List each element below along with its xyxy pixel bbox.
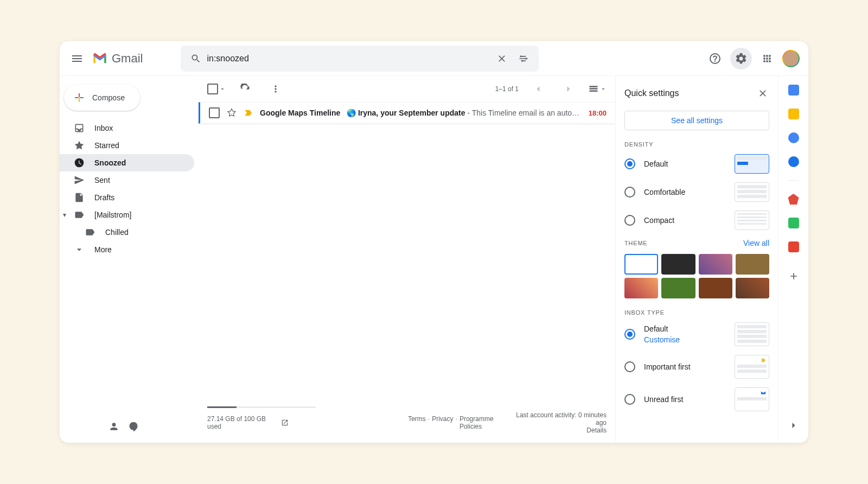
addon-icon[interactable] — [788, 218, 799, 228]
inbox-unread-first[interactable]: Unread first — [624, 387, 778, 411]
select-all-checkbox[interactable] — [207, 84, 226, 94]
settings-button[interactable] — [730, 48, 752, 69]
theme-option[interactable] — [624, 278, 658, 298]
theme-option[interactable] — [699, 278, 732, 298]
search-bar — [181, 46, 539, 72]
split-toggle-button[interactable] — [588, 84, 607, 94]
nav-chilled[interactable]: Chilled — [60, 224, 194, 241]
addon-icon[interactable] — [788, 241, 799, 252]
theme-option[interactable] — [661, 278, 695, 298]
prev-page-button[interactable] — [527, 78, 549, 100]
quick-settings-panel: Quick settings See all settings DENSITY … — [615, 76, 778, 443]
nav-inbox[interactable]: Inbox — [60, 119, 194, 137]
star-icon[interactable] — [226, 107, 237, 118]
customise-link[interactable]: Customise — [644, 335, 680, 344]
theme-option[interactable] — [736, 254, 769, 275]
account-avatar[interactable] — [782, 50, 800, 67]
contacts-icon[interactable] — [788, 156, 799, 167]
terms-link[interactable]: Terms — [408, 415, 426, 430]
person-icon[interactable] — [108, 421, 119, 432]
main-menu-button[interactable] — [64, 46, 90, 72]
search-input[interactable] — [207, 54, 491, 63]
view-all-themes-link[interactable]: View all — [743, 239, 769, 247]
dropdown-icon — [219, 86, 226, 92]
apps-button[interactable] — [756, 48, 778, 69]
nav-drafts[interactable]: Drafts — [60, 189, 194, 206]
theme-label: THEME — [624, 240, 648, 246]
compose-button[interactable]: Compose — [64, 85, 140, 111]
email-checkbox[interactable] — [209, 107, 220, 118]
details-link[interactable]: Details — [510, 426, 607, 434]
search-options-icon[interactable] — [513, 48, 534, 69]
email-row[interactable]: Google Maps Timeline 🌎 Iryna, your Septe… — [199, 102, 615, 124]
email-time: 18:00 — [589, 109, 607, 117]
nav-snoozed[interactable]: Snoozed — [60, 154, 194, 171]
email-sender: Google Maps Timeline — [260, 109, 347, 117]
gmail-icon — [92, 53, 107, 65]
clock-icon — [74, 157, 85, 168]
theme-option[interactable] — [624, 254, 658, 275]
theme-option[interactable] — [699, 254, 732, 275]
calendar-icon[interactable] — [788, 85, 799, 95]
density-compact[interactable]: Compact — [624, 211, 778, 230]
nav-starred[interactable]: Starred — [60, 137, 194, 154]
support-button[interactable] — [704, 48, 726, 69]
email-subject: 🌎 Iryna, your September update - This Ti… — [347, 109, 580, 117]
inbox-icon — [74, 123, 85, 133]
collapse-panel-button[interactable] — [783, 415, 805, 436]
theme-option[interactable] — [661, 254, 695, 275]
header: Gmail — [60, 41, 808, 76]
search-icon[interactable] — [185, 48, 207, 69]
send-icon — [74, 175, 85, 186]
storage-text: 27.14 GB of 100 GB used — [207, 415, 277, 430]
toolbar: 1–1 of 1 — [199, 76, 615, 102]
refresh-button[interactable] — [234, 78, 256, 100]
side-panel — [778, 76, 808, 443]
open-storage-icon[interactable] — [281, 419, 289, 426]
tasks-icon[interactable] — [788, 132, 799, 143]
keep-icon[interactable] — [788, 109, 799, 119]
next-page-button[interactable] — [558, 78, 579, 100]
add-addon-button[interactable] — [783, 265, 805, 287]
sidebar: Compose Inbox Starred Snoozed Sent — [60, 76, 199, 443]
document-icon — [74, 192, 85, 203]
star-icon — [74, 140, 85, 151]
clear-search-button[interactable] — [491, 48, 513, 69]
label-icon — [85, 227, 95, 238]
svg-point-2 — [521, 60, 523, 61]
importance-icon[interactable] — [244, 108, 253, 118]
nav-sent[interactable]: Sent — [60, 171, 194, 189]
main-content: 1–1 of 1 Google Maps Timeline 🌎 Iryna, y… — [199, 76, 615, 443]
nav-more[interactable]: More — [60, 241, 194, 258]
storage-bar — [207, 406, 316, 408]
quick-settings-title: Quick settings — [624, 88, 679, 98]
density-comfortable[interactable]: Comfortable — [624, 182, 778, 202]
density-default[interactable]: Default — [624, 154, 778, 174]
gmail-logo[interactable]: Gmail — [92, 52, 143, 66]
inbox-important-first[interactable]: Important first — [624, 355, 778, 379]
plus-icon — [73, 91, 86, 104]
caret-down-icon: ▾ — [63, 211, 66, 219]
theme-option[interactable] — [736, 278, 769, 298]
svg-point-1 — [526, 58, 527, 59]
chevron-down-icon — [74, 244, 85, 255]
density-label: DENSITY — [624, 141, 778, 148]
product-name: Gmail — [112, 52, 143, 66]
inbox-default[interactable]: DefaultCustomise — [624, 322, 778, 346]
more-button[interactable] — [265, 78, 286, 100]
see-all-settings-button[interactable]: See all settings — [624, 111, 769, 130]
activity-text: Last account activity: 0 minutes ago — [510, 411, 607, 426]
label-icon — [74, 209, 85, 220]
privacy-link[interactable]: Privacy — [432, 415, 453, 430]
hangouts-icon[interactable] — [128, 421, 139, 432]
addon-icon[interactable] — [788, 194, 799, 205]
nav-mailstrom[interactable]: ▾ [Mailstrom] — [60, 206, 194, 224]
policies-link[interactable]: Programme Policies — [459, 415, 510, 430]
close-settings-button[interactable] — [754, 85, 771, 102]
svg-point-0 — [520, 55, 522, 57]
pagination-text: 1–1 of 1 — [495, 85, 519, 93]
theme-grid — [624, 254, 778, 298]
inbox-type-label: INBOX TYPE — [624, 309, 778, 316]
